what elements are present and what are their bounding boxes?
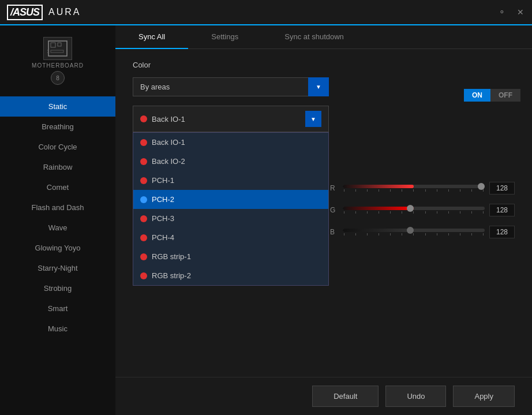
color-section-label: Color	[133, 61, 515, 69]
tab-settings[interactable]: Settings	[188, 25, 261, 49]
rgb-g-slider-fill	[343, 207, 414, 210]
sidebar-item-rainbow[interactable]: Rainbow	[0, 157, 115, 177]
device-icon: MOTHERBOARD 8	[0, 31, 115, 91]
zone-dot-pch-2	[140, 196, 147, 203]
rgb-b-value-input[interactable]	[489, 226, 515, 238]
rgb-b-slider-track	[343, 229, 485, 232]
rgb-g-ticks	[343, 211, 485, 214]
rgb-r-row: R	[330, 182, 515, 195]
rgb-r-label: R	[330, 184, 338, 192]
zone-selector-wrapper: Back IO-1 ▼ Back IO-1 Back IO-2	[133, 106, 329, 132]
main-container: MOTHERBOARD 8 Static Breathing Color Cyc…	[0, 25, 532, 415]
sidebar-nav: Static Breathing Color Cycle Rainbow Com…	[0, 96, 115, 339]
rgb-g-slider-thumb[interactable]	[407, 205, 414, 212]
zone-dropdown-list: Back IO-1 Back IO-2 PCH-1	[133, 132, 329, 286]
sidebar-item-starry-night[interactable]: Starry-Night	[0, 258, 115, 278]
undo-button[interactable]: Undo	[385, 386, 446, 407]
zone-dot-pch-4	[140, 234, 147, 241]
zone-dot-rgb-strip-2	[140, 272, 147, 279]
sidebar-item-color-cycle[interactable]: Color Cycle	[0, 137, 115, 157]
top-section: ON OFF Sync All Settings Sync at shutdow…	[115, 25, 532, 49]
tabs-bar: Sync All Settings Sync at shutdown	[115, 25, 532, 49]
sidebar-item-breathing[interactable]: Breathing	[0, 117, 115, 137]
motherboard-svg	[47, 40, 68, 57]
rgb-b-label: B	[330, 228, 338, 236]
rgb-r-ticks	[343, 189, 485, 192]
tab-sync-at-shutdown[interactable]: Sync at shutdown	[261, 25, 367, 49]
svg-rect-1	[51, 43, 55, 47]
rgb-r-value-input[interactable]	[489, 182, 515, 195]
zone-header-dot	[140, 115, 147, 122]
zone-dot-pch-1	[140, 177, 147, 184]
zone-selector-value: Back IO-1	[152, 115, 185, 124]
main-content: Color By areas ▼ Back IO-1 ▼	[115, 49, 532, 377]
sidebar: MOTHERBOARD 8 Static Breathing Color Cyc…	[0, 25, 115, 415]
content-area: ON OFF Sync All Settings Sync at shutdow…	[115, 25, 532, 415]
title-bar-controls: ⚬ ✕	[497, 8, 525, 17]
zone-dot-back-io-2	[140, 158, 147, 165]
zone-dot-back-io-1	[140, 139, 147, 146]
area-dropdown-container: By areas ▼	[133, 77, 329, 96]
sidebar-item-comet[interactable]: Comet	[0, 177, 115, 197]
sidebar-item-flash-and-dash[interactable]: Flash and Dash	[0, 197, 115, 218]
asus-logo: /ASUS	[7, 5, 43, 20]
zone-dropdown-icon: ▼	[305, 111, 321, 127]
device-label: MOTHERBOARD	[32, 62, 84, 69]
sidebar-item-music[interactable]: Music	[0, 319, 115, 339]
svg-rect-5	[51, 50, 63, 53]
rgb-r-slider-container	[343, 185, 485, 192]
rgb-g-slider-container	[343, 207, 485, 214]
zone-selector-header[interactable]: Back IO-1 ▼	[133, 106, 329, 132]
device-badge: 8	[51, 71, 65, 85]
rgb-b-slider-fill	[343, 229, 414, 232]
zone-option-pch-4[interactable]: PCH-4	[133, 228, 328, 247]
sidebar-item-strobing[interactable]: Strobing	[0, 278, 115, 298]
zone-option-pch-2[interactable]: PCH-2	[133, 190, 328, 209]
title-bar: /ASUS AURA ⚬ ✕	[0, 0, 532, 25]
device-icon-img	[43, 37, 72, 60]
app-title: AURA	[48, 7, 81, 17]
rgb-r-slider-track	[343, 185, 485, 188]
close-button[interactable]: ✕	[516, 8, 525, 17]
zone-option-pch-3[interactable]: PCH-3	[133, 209, 328, 228]
rgb-panel: R	[330, 182, 515, 248]
rgb-r-slider-thumb[interactable]	[478, 183, 485, 190]
apply-button[interactable]: Apply	[453, 386, 515, 407]
rgb-b-ticks	[343, 233, 485, 235]
minimize-button[interactable]: ⚬	[497, 8, 507, 17]
rgb-g-slider-track	[343, 207, 485, 210]
rgb-b-slider-thumb[interactable]	[407, 227, 414, 234]
zone-option-rgb-strip-1[interactable]: RGB strip-1	[133, 247, 328, 266]
zone-option-back-io-1[interactable]: Back IO-1	[133, 133, 328, 152]
zone-option-pch-1[interactable]: PCH-1	[133, 171, 328, 190]
svg-rect-2	[58, 43, 61, 46]
sidebar-item-static[interactable]: Static	[0, 96, 115, 117]
title-bar-left: /ASUS AURA	[7, 5, 81, 20]
zone-option-rgb-strip-2[interactable]: RGB strip-2	[133, 266, 328, 285]
sidebar-item-wave[interactable]: Wave	[0, 218, 115, 238]
rgb-r-slider-fill	[343, 185, 414, 188]
rgb-b-row: B	[330, 226, 515, 238]
sidebar-item-smart[interactable]: Smart	[0, 298, 115, 319]
default-button[interactable]: Default	[312, 386, 379, 407]
zone-dot-pch-3	[140, 215, 147, 222]
rgb-g-label: G	[330, 206, 338, 214]
bottom-bar: Default Undo Apply	[115, 377, 532, 415]
tab-sync-all[interactable]: Sync All	[115, 25, 188, 49]
rgb-b-slider-container	[343, 229, 485, 235]
sidebar-item-glowing-yoyo[interactable]: Glowing Yoyo	[0, 238, 115, 258]
zone-dot-rgb-strip-1	[140, 253, 147, 260]
zone-option-back-io-2[interactable]: Back IO-2	[133, 152, 328, 171]
area-dropdown-value: By areas	[140, 83, 170, 91]
rgb-g-row: G	[330, 204, 515, 216]
rgb-g-value-input[interactable]	[489, 204, 515, 216]
area-dropdown-arrow-icon: ▼	[308, 77, 329, 96]
area-dropdown[interactable]: By areas ▼	[133, 77, 329, 96]
